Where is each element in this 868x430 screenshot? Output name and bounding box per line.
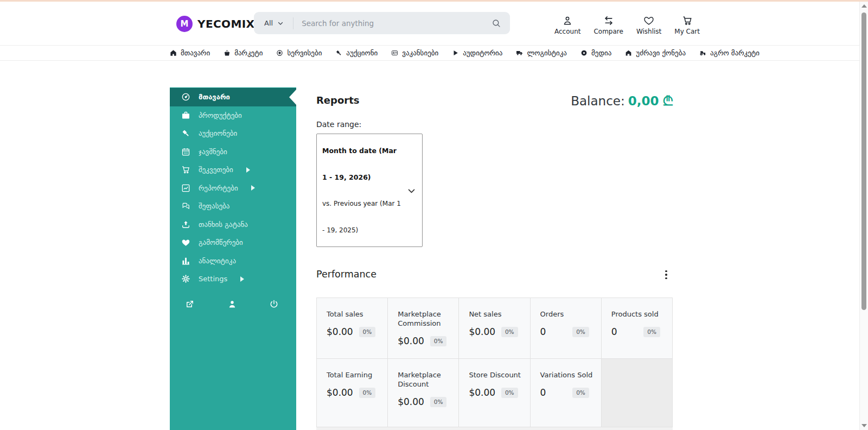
stat-change-badge: 0% — [643, 327, 660, 337]
stat-change-badge: 0% — [572, 388, 589, 398]
stat-label: Net sales — [469, 309, 529, 319]
brand-logo[interactable]: M YECOMIX — [176, 16, 254, 32]
stat-value: $0.00 — [327, 387, 353, 398]
header: M YECOMIX All Account Compare Wishlist — [0, 2, 859, 45]
basket-icon — [224, 49, 231, 56]
stat-label: Marketplace Commission — [398, 309, 458, 328]
wishlist-icon — [643, 15, 654, 26]
stat-label: Marketplace Discount — [398, 370, 458, 389]
account-icon — [562, 15, 573, 26]
header-action-account[interactable]: Account — [554, 15, 580, 35]
nav-item-აუდიტორია[interactable]: აუდიტორია — [452, 49, 502, 57]
sidebar-item-პროდუქტები[interactable]: პროდუქტები — [170, 106, 296, 125]
sidebar-item-შეკვეთები[interactable]: შეკვეთები — [170, 161, 296, 179]
header-action-my-cart[interactable]: My Cart — [674, 15, 700, 35]
scrollbar-up-arrow[interactable] — [861, 4, 867, 8]
user-icon — [227, 299, 237, 309]
stat-cell-variations-sold: Variations Sold 0 0% — [531, 359, 602, 427]
page-top-strip — [0, 0, 868, 2]
nav-item-ვაკანსიები[interactable]: ვაკანსიები — [391, 49, 438, 57]
sidebar-footer-action-user-icon[interactable] — [227, 299, 237, 309]
header-actions: Account Compare Wishlist My Cart — [554, 15, 700, 35]
date-range-select[interactable]: Month to date (Mar 1 - 19, 2026) vs. Pre… — [316, 134, 423, 247]
stat-value: 0 — [611, 326, 617, 337]
stat-cell-total-sales: Total sales $0.00 0% — [317, 298, 388, 359]
submenu-arrow-icon — [246, 167, 250, 173]
stat-cell-products-sold: Products sold 0 0% — [602, 298, 673, 359]
calendar-icon — [181, 147, 190, 156]
scrollbar-down-arrow[interactable] — [861, 424, 867, 427]
search-category-value: All — [264, 19, 273, 27]
sidebar-item-ჯავშნები[interactable]: ჯავშნები — [170, 143, 296, 161]
performance-menu-button[interactable] — [662, 270, 670, 280]
house-icon — [625, 49, 632, 56]
performance-stats-grid: Total sales $0.00 0% Marketplace Commiss… — [316, 298, 673, 427]
search-input[interactable] — [293, 19, 487, 28]
header-action-compare[interactable]: Compare — [593, 15, 623, 35]
page-scrollbar[interactable] — [859, 0, 868, 430]
stat-cell-marketplace-discount: Marketplace Discount $0.00 0% — [388, 359, 459, 427]
stat-cell-total-earning: Total Earning $0.00 0% — [317, 359, 388, 427]
chevron-down-icon — [277, 20, 284, 27]
stat-label: Total sales — [327, 309, 387, 319]
nav-item-აუქციონი[interactable]: აუქციონი — [335, 49, 378, 57]
submenu-arrow-icon — [240, 276, 244, 282]
search-button[interactable] — [487, 18, 510, 28]
sidebar-item-რეპორტები[interactable]: რეპორტები — [170, 179, 296, 198]
stat-value: $0.00 — [469, 326, 495, 337]
search-category-dropdown[interactable]: All — [254, 19, 293, 27]
stat-cell-orders: Orders 0 0% — [531, 298, 602, 359]
media-icon — [580, 49, 588, 56]
sidebar-item-ანალიტიკა[interactable]: ანალიტიკა — [170, 252, 296, 270]
balance: Balance:0,00 ₾ — [571, 94, 673, 109]
nav-item-უძრავი-ქონება[interactable]: უძრავი ქონება — [625, 49, 686, 57]
header-action-wishlist[interactable]: Wishlist — [636, 15, 661, 35]
nav-item-მედია[interactable]: მედია — [580, 49, 611, 57]
sidebar-footer-action-external-link-icon[interactable] — [185, 299, 195, 309]
nav-item-ლოგისტიკა[interactable]: ლოგისტიკა — [516, 49, 567, 57]
stat-value: $0.00 — [327, 326, 353, 337]
gavel-icon — [335, 49, 342, 56]
gear-icon — [181, 274, 190, 283]
stats-grid-next-row — [316, 427, 673, 430]
sidebar-item-გამომწერები[interactable]: გამომწერები — [170, 233, 296, 252]
compare-icon — [603, 15, 614, 26]
truck-icon — [516, 49, 523, 56]
sidebar-item-შეფასება[interactable]: შეფასება — [170, 197, 296, 216]
sidebar-footer-action-power-icon[interactable] — [269, 299, 279, 309]
nav-item-აგრო-მარკეტი[interactable]: აგრო მარკეტი — [699, 49, 760, 57]
vacancies-icon — [391, 49, 398, 56]
stat-cell-marketplace-commission: Marketplace Commission $0.00 0% — [388, 298, 459, 359]
dashboard-icon — [181, 92, 190, 102]
external-link-icon — [185, 299, 195, 309]
nav-item-მთავარი[interactable]: მთავარი — [170, 49, 210, 57]
stat-value: $0.00 — [398, 336, 424, 346]
performance-title: Performance — [316, 269, 376, 280]
sidebar-item-თანხის-გატანა[interactable]: თანხის გატანა — [170, 216, 296, 234]
cart-icon — [682, 15, 693, 26]
submenu-arrow-icon — [251, 185, 255, 191]
stat-change-badge: 0% — [359, 327, 376, 337]
stat-value: 0 — [540, 387, 546, 398]
sidebar-item-აუქციონები[interactable]: აუქციონები — [170, 124, 296, 143]
stat-label: Orders — [540, 309, 601, 319]
chevron-down-icon — [407, 186, 416, 195]
nav-item-მარკეტი[interactable]: მარკეტი — [224, 49, 263, 57]
nav-item-სერვისები[interactable]: სერვისები — [276, 49, 322, 57]
heart-icon — [181, 238, 190, 247]
logo-mark: M — [176, 16, 193, 32]
main-navbar: მთავარი მარკეტი სერვისები აუქციონი ვაკან… — [0, 45, 859, 61]
balance-value: 0,00 ₾ — [628, 94, 673, 108]
sidebar-item-settings[interactable]: Settings — [170, 270, 296, 288]
tractor-icon — [699, 49, 706, 56]
stat-change-badge: 0% — [430, 336, 447, 346]
power-icon — [269, 299, 279, 309]
stat-label: Products sold — [611, 309, 672, 319]
stat-change-badge: 0% — [501, 388, 518, 398]
sidebar-item-მთავარი[interactable]: მთავარი — [170, 88, 296, 106]
scrollbar-thumb[interactable] — [861, 12, 866, 310]
stat-change-badge: 0% — [430, 397, 447, 407]
page-title: Reports — [316, 94, 360, 106]
chart-line-icon — [181, 184, 190, 193]
date-range-value: Month to date (Mar 1 - 19, 2026) — [322, 138, 404, 191]
